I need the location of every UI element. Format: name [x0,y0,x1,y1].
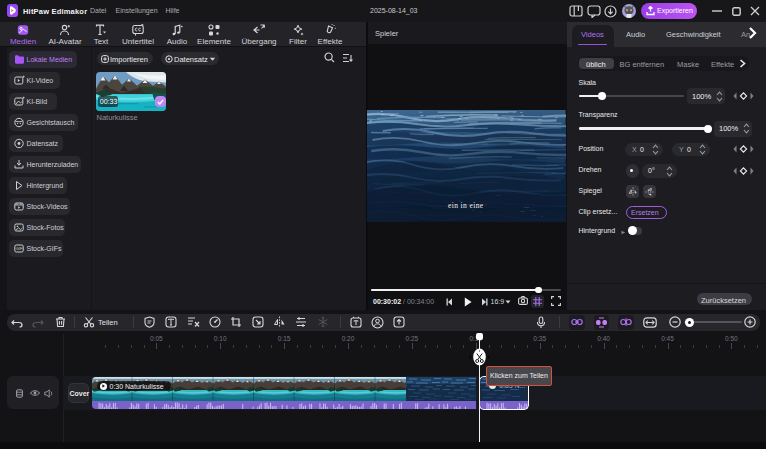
svg-text:GIF: GIF [15,246,22,251]
svg-text:ein in eine: ein in eine [448,201,484,210]
